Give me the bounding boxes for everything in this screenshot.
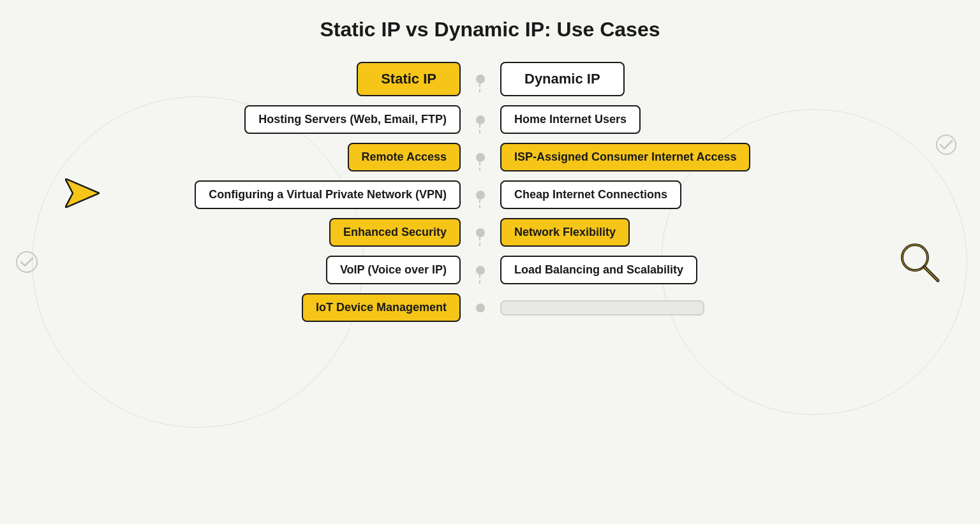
col-left-header: Static IP (202, 62, 476, 96)
col-left-row1: Hosting Servers (Web, Email, FTP) (202, 105, 476, 134)
box-right-row2: ISP-Assigned Consumer Internet Access (500, 143, 750, 171)
col-left-row5: VoIP (Voice over IP) (202, 256, 476, 284)
diagram-row-row3: Configuring a Virtual Private Network (V… (139, 180, 841, 209)
diagram: Static IPDynamic IPHosting Servers (Web,… (139, 62, 841, 331)
diagram-row-row5: VoIP (Voice over IP)Load Balancing and S… (139, 256, 841, 284)
box-left-header: Static IP (357, 62, 461, 96)
col-left-row3: Configuring a Virtual Private Network (V… (202, 180, 476, 209)
col-right-row5: Load Balancing and Scalability (485, 256, 778, 284)
page-title: Static IP vs Dynamic IP: Use Cases (320, 18, 660, 41)
col-left-row6: IoT Device Management (202, 293, 476, 322)
diagram-row-row2: Remote AccessISP-Assigned Consumer Inter… (139, 143, 841, 171)
col-right-header: Dynamic IP (485, 62, 778, 96)
box-right-row5: Load Balancing and Scalability (500, 256, 697, 284)
dot-row4 (476, 228, 485, 237)
diagram-row-row4: Enhanced SecurityNetwork Flexibility (139, 218, 841, 247)
col-right-row1: Home Internet Users (485, 105, 778, 134)
box-right-row6 (500, 300, 704, 316)
col-right-row2: ISP-Assigned Consumer Internet Access (485, 143, 778, 171)
box-right-row4: Network Flexibility (500, 218, 630, 247)
box-right-header: Dynamic IP (500, 62, 625, 96)
col-right-row3: Cheap Internet Connections (485, 180, 778, 209)
dot-row3 (476, 191, 485, 200)
box-left-row1: Hosting Servers (Web, Email, FTP) (244, 105, 461, 134)
box-left-row5: VoIP (Voice over IP) (326, 256, 461, 284)
col-left-row2: Remote Access (202, 143, 476, 171)
diagram-row-row6: IoT Device Management (139, 293, 841, 322)
box-left-row3: Configuring a Virtual Private Network (V… (195, 180, 461, 209)
diagram-row-header: Static IPDynamic IP (139, 62, 841, 96)
box-right-row1: Home Internet Users (500, 105, 641, 134)
col-left-row4: Enhanced Security (202, 218, 476, 247)
dot-row5 (476, 266, 485, 275)
box-left-row2: Remote Access (348, 143, 461, 171)
diagram-row-row1: Hosting Servers (Web, Email, FTP)Home In… (139, 105, 841, 134)
dot-row1 (476, 115, 485, 124)
col-right-row6 (485, 300, 778, 316)
box-left-row4: Enhanced Security (329, 218, 461, 247)
dot-row6 (476, 303, 485, 312)
dot-row2 (476, 153, 485, 162)
box-right-row3: Cheap Internet Connections (500, 180, 681, 209)
box-left-row6: IoT Device Management (302, 293, 461, 322)
col-right-row4: Network Flexibility (485, 218, 778, 247)
content-area: Static IP vs Dynamic IP: Use Cases Stati… (0, 0, 980, 524)
dot-header (476, 75, 485, 84)
